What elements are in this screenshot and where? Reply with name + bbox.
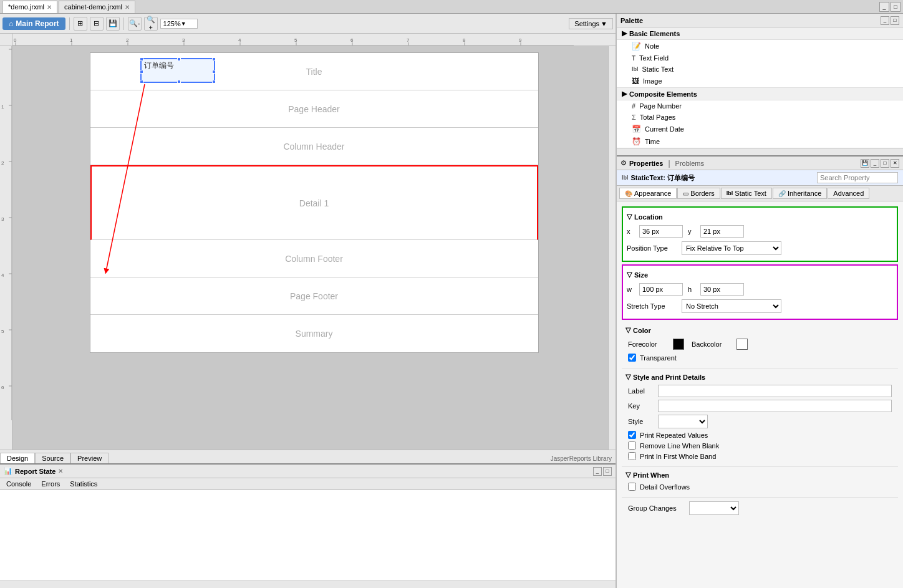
style-field-select[interactable] (658, 415, 708, 428)
console-tab[interactable]: Console (2, 480, 35, 488)
svg-text:1: 1 (70, 37, 73, 43)
handle-bm[interactable] (177, 80, 181, 84)
palette-item-totalpages[interactable]: Σ Total Pages (617, 112, 903, 123)
location-title: Location (634, 213, 663, 221)
key-field-label: Key (628, 402, 653, 410)
backcolor-swatch[interactable] (736, 339, 748, 350)
style-row: Style (625, 413, 894, 430)
palette-item-statictext[interactable]: lbl Static Text (617, 64, 903, 75)
position-type-select[interactable]: Fix Relative To Top Float Fix Relative T… (682, 241, 781, 255)
canvas-scrollbar[interactable] (608, 46, 616, 450)
color-section-header[interactable]: ▽ Color (625, 325, 894, 337)
svg-text:2: 2 (1, 160, 4, 166)
pagenumber-icon: # (632, 102, 635, 110)
toolbar-icon-btn-2[interactable]: ⊟ (90, 17, 104, 31)
handle-tm[interactable] (177, 57, 181, 61)
errors-tab[interactable]: Errors (37, 480, 64, 488)
palette-item-currentdate[interactable]: 📅 Current Date (617, 123, 903, 135)
tab-demo-close[interactable]: ✕ (47, 4, 52, 11)
handle-mr[interactable] (212, 70, 216, 74)
tab-inheritance[interactable]: 🔗 Inheritance (773, 188, 827, 199)
handle-ml[interactable] (140, 70, 143, 74)
handle-br[interactable] (212, 80, 216, 84)
minimize-button[interactable]: _ (879, 2, 889, 12)
palette-item-pagenumber[interactable]: # Page Number (617, 100, 903, 112)
selected-element[interactable]: 订单编号 (140, 58, 215, 83)
detail-overflows-label: Detail Overflows (640, 483, 690, 491)
palette-item-note[interactable]: 📝 Note (617, 40, 903, 52)
zoom-out-button[interactable]: 🔍- (128, 17, 142, 31)
print-when-header[interactable]: ▽ Print When (625, 470, 894, 481)
palette-item-time[interactable]: ⏰ Time (617, 135, 903, 148)
tab-preview[interactable]: Preview (70, 453, 109, 463)
palette-maximize[interactable]: □ (891, 16, 899, 25)
report-canvas: Title 订单编号 (90, 52, 539, 353)
transparent-checkbox[interactable] (628, 354, 636, 362)
tab-borders[interactable]: ▭ Borders (677, 188, 720, 199)
handle-bl[interactable] (140, 80, 143, 84)
problems-tab[interactable]: Problems (675, 160, 704, 167)
w-input[interactable] (639, 283, 683, 296)
forecolor-swatch[interactable] (673, 339, 684, 350)
stretch-type-select[interactable]: No Stretch RelativeToBandHeight Relative… (682, 299, 781, 313)
tab-demo[interactable]: *demo.jrxml ✕ (2, 1, 57, 13)
label-field-input[interactable] (658, 385, 892, 397)
size-section: ▽ Size w h Stretch Type No Stretc (622, 264, 898, 320)
props-minimize[interactable]: _ (871, 159, 879, 168)
tab-statictext[interactable]: lbl Static Text (721, 188, 772, 199)
print-repeated-checkbox[interactable] (628, 431, 636, 439)
style-print-header[interactable]: ▽ Style and Print Details (625, 372, 894, 383)
toolbar-icon-btn-3[interactable]: 💾 (106, 17, 120, 31)
tab-source[interactable]: Source (35, 453, 70, 463)
key-field-input[interactable] (658, 400, 892, 412)
report-state-scrollbar[interactable] (0, 581, 616, 588)
settings-button[interactable]: Settings ▼ (569, 18, 613, 29)
label-row: Label (625, 383, 894, 398)
svg-text:4: 4 (1, 272, 4, 278)
w-label: w (627, 286, 634, 293)
tab-advanced[interactable]: Advanced (828, 188, 869, 199)
remove-blank-row: Remove Line When Blank (625, 440, 894, 451)
report-state-maximize[interactable]: □ (603, 467, 612, 476)
canvas-main[interactable]: Title 订单编号 (12, 46, 616, 450)
y-input[interactable] (700, 225, 744, 238)
group-changes-select[interactable] (689, 501, 739, 515)
tab-cabinet-label: cabinet-demo.jrxml (64, 3, 122, 11)
props-save[interactable]: 💾 (861, 159, 869, 168)
toolbar-icon-btn-1[interactable]: ⊞ (74, 17, 87, 31)
tab-cabinet-close[interactable]: ✕ (125, 4, 130, 11)
handle-tl[interactable] (140, 57, 143, 61)
editor-bottom-tabs: Design Source Preview JasperReports Libr… (0, 450, 616, 463)
report-state-minimize[interactable]: _ (593, 467, 602, 476)
search-property-input[interactable] (817, 172, 898, 183)
stretch-type-label: Stretch Type (627, 302, 677, 310)
handle-tr[interactable] (212, 57, 216, 61)
palette-scrollbar-h[interactable] (617, 148, 903, 155)
zoom-display: 125% ▼ (160, 19, 198, 29)
band-page-footer: Page Footer (90, 277, 538, 315)
palette-item-image[interactable]: 🖼 Image (617, 75, 903, 87)
remove-blank-checkbox[interactable] (628, 441, 636, 450)
location-section-header[interactable]: ▽ Location (627, 211, 893, 223)
statistics-tab[interactable]: Statistics (66, 480, 101, 488)
maximize-button[interactable]: □ (891, 2, 901, 12)
palette-minimize[interactable]: _ (881, 16, 889, 25)
tab-design[interactable]: Design (0, 453, 35, 463)
detail-overflows-checkbox[interactable] (628, 483, 636, 491)
h-input[interactable] (700, 283, 744, 296)
tab-appearance[interactable]: 🎨 Appearance (619, 188, 677, 199)
palette-section-composite-header[interactable]: ▶ Composite Elements (617, 87, 903, 100)
main-report-tab[interactable]: ⌂ Main Report (2, 17, 65, 30)
x-input[interactable] (639, 225, 683, 238)
tab-cabinet[interactable]: cabinet-demo.jrxml ✕ (59, 1, 135, 13)
detail-overflows-row: Detail Overflows (625, 481, 894, 492)
zoom-in-button[interactable]: 🔍+ (144, 17, 158, 31)
palette-item-textfield[interactable]: T Text Field (617, 52, 903, 64)
palette-section-basic-header[interactable]: ▶ Basic Elements (617, 27, 903, 40)
props-maximize[interactable]: □ (881, 159, 889, 168)
size-section-header[interactable]: ▽ Size (627, 269, 893, 281)
svg-text:6: 6 (1, 385, 4, 390)
report-state-tabs: Console Errors Statistics (0, 478, 616, 490)
props-close[interactable]: ✕ (891, 159, 899, 168)
print-first-checkbox[interactable] (628, 452, 636, 460)
